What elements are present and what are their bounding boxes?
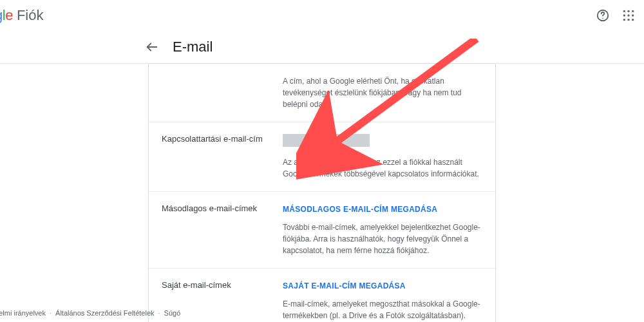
secondary-desc: További e-mail-címek, amelyekkel bejelen… (283, 222, 482, 256)
svg-point-2 (623, 10, 625, 12)
top-icons (595, 8, 636, 23)
svg-point-7 (632, 14, 634, 16)
recovery-desc: A cím, ahol a Google elérheti Önt, ha sz… (283, 75, 482, 110)
footer-terms[interactable]: Általános Szerződési Feltételek (55, 309, 154, 317)
help-icon[interactable] (595, 8, 611, 23)
recovery-row: A cím, ahol a Google elérheti Önt, ha sz… (149, 64, 495, 122)
footer: édelmi irányelvek · Általános Szerződési… (0, 309, 180, 317)
footer-help[interactable]: Súgó (164, 309, 181, 317)
contact-value-redacted (283, 134, 370, 147)
apps-icon[interactable] (621, 8, 636, 23)
svg-point-5 (623, 14, 625, 16)
own-row: Saját e-mail-címek SAJÁT E-MAIL-CÍM MEGA… (149, 268, 495, 322)
contact-row: Kapcsolattartási e-mail-cím Az a cím, ah… (149, 122, 495, 191)
top-bar: gle Fiók (0, 0, 644, 31)
add-secondary-email-link[interactable]: MÁSODLAGOS E-MAIL-CÍM MEGADÁSA (283, 204, 437, 215)
brand: gle Fiók (0, 7, 43, 24)
secondary-row: Másodlagos e-mail-címek MÁSODLAGOS E-MAI… (149, 191, 495, 268)
svg-point-3 (627, 10, 629, 12)
svg-point-9 (627, 19, 629, 21)
svg-point-6 (627, 14, 629, 16)
product-name: Fiók (17, 7, 44, 24)
secondary-label: Másodlagos e-mail-címek (162, 204, 271, 213)
contact-label: Kapcsolattartási e-mail-cím (162, 134, 271, 144)
svg-point-8 (623, 19, 625, 21)
contact-desc: Az a cím, ahová elküldjük az ezzel a fió… (283, 156, 482, 180)
add-own-email-link[interactable]: SAJÁT E-MAIL-CÍM MEGADÁSA (283, 280, 406, 292)
footer-privacy[interactable]: édelmi irányelvek (0, 309, 46, 317)
content: A cím, ahol a Google elérheti Önt, ha sz… (0, 64, 644, 322)
back-arrow-icon[interactable] (144, 39, 160, 55)
svg-point-4 (632, 10, 634, 12)
page-title: E-mail (173, 39, 213, 55)
own-label: Saját e-mail-címek (162, 280, 271, 290)
svg-point-1 (602, 18, 603, 19)
svg-point-10 (632, 19, 634, 21)
google-logo-fragment: gle (0, 7, 13, 24)
sub-header: E-mail (0, 31, 644, 64)
settings-card: A cím, ahol a Google elérheti Önt, ha sz… (148, 63, 496, 322)
own-desc: E-mail-címek, amelyeket megoszthat mások… (283, 298, 482, 321)
